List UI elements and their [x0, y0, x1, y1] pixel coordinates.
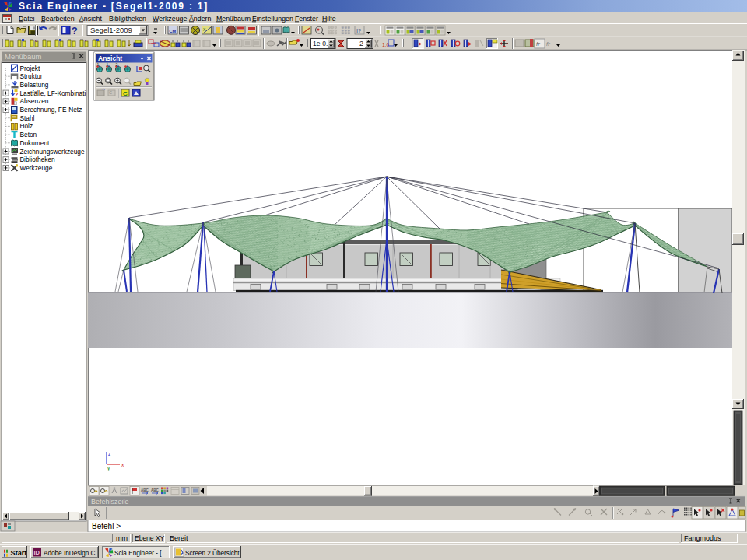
svg-text:mm: mm	[116, 534, 128, 542]
svg-text:Segel1-2009: Segel1-2009	[90, 26, 132, 34]
svg-text:ABC: ABC	[141, 488, 149, 492]
svg-text:C: C	[123, 90, 128, 97]
svg-text:Holz: Holz	[20, 122, 33, 130]
svg-text:I?: I?	[356, 27, 361, 34]
svg-text:Hilfe: Hilfe	[322, 15, 336, 23]
svg-text:Start: Start	[11, 549, 27, 557]
svg-text:Stahl: Stahl	[20, 114, 35, 122]
svg-text:Menübaum: Menübaum	[5, 52, 42, 61]
svg-text:CM: CM	[170, 29, 177, 33]
svg-text:fr: fr	[546, 40, 550, 47]
svg-text:2: 2	[16, 92, 19, 97]
svg-text:1: 1	[107, 62, 109, 67]
svg-text:Absenzen: Absenzen	[20, 97, 49, 105]
svg-text:fr: fr	[536, 40, 540, 47]
svg-text:?: ?	[72, 26, 78, 37]
svg-text:Belastung: Belastung	[20, 81, 49, 89]
svg-text:Ansicht: Ansicht	[79, 15, 102, 23]
svg-text:2: 2	[359, 40, 363, 47]
svg-text:Ansicht: Ansicht	[98, 54, 122, 62]
svg-text:Fangmodus: Fangmodus	[684, 534, 721, 542]
svg-text:Befehlszeile: Befehlszeile	[91, 498, 129, 506]
svg-text:Datei: Datei	[19, 15, 35, 23]
svg-text:Scia Engineer - [Segel1-2009 :: Scia Engineer - [Segel1-2009 : 1]	[19, 1, 209, 12]
svg-text:ABC: ABC	[151, 488, 159, 492]
svg-text:2: 2	[116, 62, 118, 67]
svg-text:C: C	[109, 90, 112, 95]
svg-text:Werkzeuge: Werkzeuge	[153, 15, 187, 23]
svg-text:Einstellungen: Einstellungen	[252, 15, 293, 23]
svg-text:Lastfälle, LF-Kombination: Lastfälle, LF-Kombination	[20, 89, 93, 97]
svg-text:Scia Engineer - [...: Scia Engineer - [...	[114, 550, 167, 557]
svg-text:Dokument: Dokument	[20, 139, 51, 147]
svg-text:Beton: Beton	[20, 131, 37, 138]
svg-text:Adobe InDesign C...: Adobe InDesign C...	[44, 550, 100, 557]
svg-text:Bearbeiten: Bearbeiten	[41, 15, 75, 23]
svg-text:Bibliotheken: Bibliotheken	[109, 15, 146, 23]
svg-text:Ebene XY: Ebene XY	[135, 534, 165, 542]
svg-text:Befehl >: Befehl >	[92, 522, 121, 530]
svg-text:Zeichnungswerkzeuge: Zeichnungswerkzeuge	[20, 148, 85, 156]
svg-text:Bereit: Bereit	[170, 534, 188, 542]
svg-text:Werkzeuge: Werkzeuge	[20, 164, 53, 172]
svg-text:z: z	[108, 451, 110, 457]
svg-text:Fenster: Fenster	[295, 15, 318, 23]
svg-text:Ändern: Ändern	[189, 15, 211, 23]
svg-text:Bibliotheken: Bibliotheken	[20, 156, 56, 163]
svg-text:Struktur: Struktur	[20, 72, 43, 80]
svg-text:Menübaum: Menübaum	[216, 15, 251, 23]
svg-text:Screen 2 Übersicht...: Screen 2 Übersicht...	[185, 549, 244, 557]
svg-text:Berechnung, FE-Netz: Berechnung, FE-Netz	[20, 106, 82, 114]
svg-text:ID: ID	[34, 549, 40, 556]
svg-text:1: 1	[97, 62, 100, 67]
svg-text:Projekt: Projekt	[20, 65, 41, 72]
